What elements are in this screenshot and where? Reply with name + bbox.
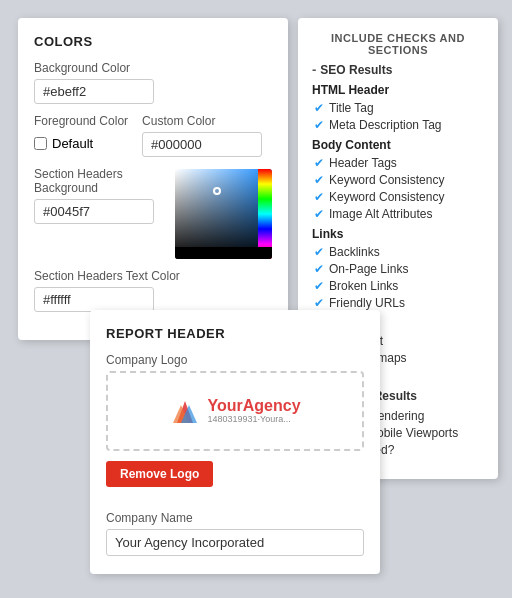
check-label: Image Alt Attributes	[329, 207, 432, 221]
html-header-title: HTML Header	[312, 83, 484, 97]
colorpicker-dot	[213, 187, 221, 195]
html-header-group: HTML Header ✔ Title Tag ✔ Meta Descripti…	[312, 83, 484, 132]
report-header-panel: REPORT HEADER Company Logo YourAgency 14…	[90, 310, 380, 574]
bg-color-input[interactable]	[34, 79, 154, 104]
fg-color-group: Foreground Color Default	[34, 114, 128, 151]
check-header-tags: ✔ Header Tags	[312, 156, 484, 170]
section-headers-text-group: Section Headers Text Color	[34, 269, 272, 312]
check-backlinks: ✔ Backlinks	[312, 245, 484, 259]
section-header-bg-row: Section Headers Background	[34, 167, 272, 259]
body-content-group: Body Content ✔ Header Tags ✔ Keyword Con…	[312, 138, 484, 221]
check-image-alt: ✔ Image Alt Attributes	[312, 207, 484, 221]
seo-toggle-dash: -	[312, 62, 316, 77]
logo-brand-agency: Agency	[243, 397, 301, 414]
logo-text-block: YourAgency 1480319931·Youra...	[207, 397, 300, 424]
check-title-tag: ✔ Title Tag	[312, 101, 484, 115]
section-headers-bg-input[interactable]	[34, 199, 154, 224]
fg-custom-row: Foreground Color Default Custom Color	[34, 114, 272, 157]
check-icon: ✔	[314, 156, 324, 170]
check-friendly-urls: ✔ Friendly URLs	[312, 296, 484, 310]
colors-panel-title: COLORS	[34, 34, 272, 49]
check-icon: ✔	[314, 245, 324, 259]
check-label: Header Tags	[329, 156, 397, 170]
check-icon: ✔	[314, 118, 324, 132]
check-label: Keyword Consistency	[329, 190, 444, 204]
check-label: Broken Links	[329, 279, 398, 293]
check-label: Meta Description Tag	[329, 118, 442, 132]
custom-color-label: Custom Color	[142, 114, 262, 128]
logo-upload-area[interactable]: YourAgency 1480319931·Youra...	[106, 371, 364, 451]
section-headers-text-input[interactable]	[34, 287, 154, 312]
check-icon: ✔	[314, 279, 324, 293]
colorpicker-black-strip	[175, 247, 272, 259]
company-logo-label: Company Logo	[106, 353, 364, 367]
colors-panel: COLORS Background Color Foreground Color…	[18, 18, 288, 340]
links-title: Links	[312, 227, 484, 241]
check-icon: ✔	[314, 207, 324, 221]
seo-section-toggle[interactable]: - SEO Results	[312, 62, 484, 77]
logo-brand-your: Your	[207, 397, 242, 414]
body-content-title: Body Content	[312, 138, 484, 152]
check-icon: ✔	[314, 296, 324, 310]
check-label: Keyword Consistency	[329, 173, 444, 187]
check-icon: ✔	[314, 190, 324, 204]
company-name-input[interactable]	[106, 529, 364, 556]
fg-default-checkbox-row: Default	[34, 136, 128, 151]
logo-image: YourAgency 1480319931·Youra...	[169, 395, 300, 427]
check-meta-desc: ✔ Meta Description Tag	[312, 118, 484, 132]
section-headers-text-label: Section Headers Text Color	[34, 269, 272, 283]
checks-panel-title: INCLUDE CHECKS AND SECTIONS	[312, 32, 484, 56]
links-group: Links ✔ Backlinks ✔ On-Page Links ✔ Brok…	[312, 227, 484, 310]
fg-default-checkbox[interactable]	[34, 137, 47, 150]
check-broken-links: ✔ Broken Links	[312, 279, 484, 293]
colorpicker-area[interactable]	[175, 169, 272, 259]
logo-sub: 1480319931·Youra...	[207, 415, 300, 425]
check-onpage-links: ✔ On-Page Links	[312, 262, 484, 276]
check-keyword-consistency-2: ✔ Keyword Consistency	[312, 190, 484, 204]
seo-section-name: SEO Results	[320, 63, 392, 77]
custom-color-input[interactable]	[142, 132, 262, 157]
check-icon: ✔	[314, 262, 324, 276]
custom-color-group: Custom Color	[142, 114, 262, 157]
check-keyword-consistency-1: ✔ Keyword Consistency	[312, 173, 484, 187]
remove-logo-button[interactable]: Remove Logo	[106, 461, 213, 487]
fg-color-label: Foreground Color	[34, 114, 128, 128]
check-label: Backlinks	[329, 245, 380, 259]
logo-svg-icon	[169, 395, 201, 427]
bg-color-group: Background Color	[34, 61, 272, 104]
bg-color-label: Background Color	[34, 61, 272, 75]
logo-brand: YourAgency	[207, 397, 300, 415]
report-panel-title: REPORT HEADER	[106, 326, 364, 341]
section-headers-bg-label: Section Headers Background	[34, 167, 161, 195]
check-icon: ✔	[314, 173, 324, 187]
colorpicker-gradient	[175, 169, 272, 259]
colorpicker-hue-strip[interactable]	[258, 169, 272, 259]
check-label: Title Tag	[329, 101, 374, 115]
check-label: On-Page Links	[329, 262, 408, 276]
check-icon: ✔	[314, 101, 324, 115]
company-name-label: Company Name	[106, 511, 364, 525]
section-headers-bg-group: Section Headers Background	[34, 167, 161, 224]
fg-default-label: Default	[52, 136, 93, 151]
check-label: Friendly URLs	[329, 296, 405, 310]
